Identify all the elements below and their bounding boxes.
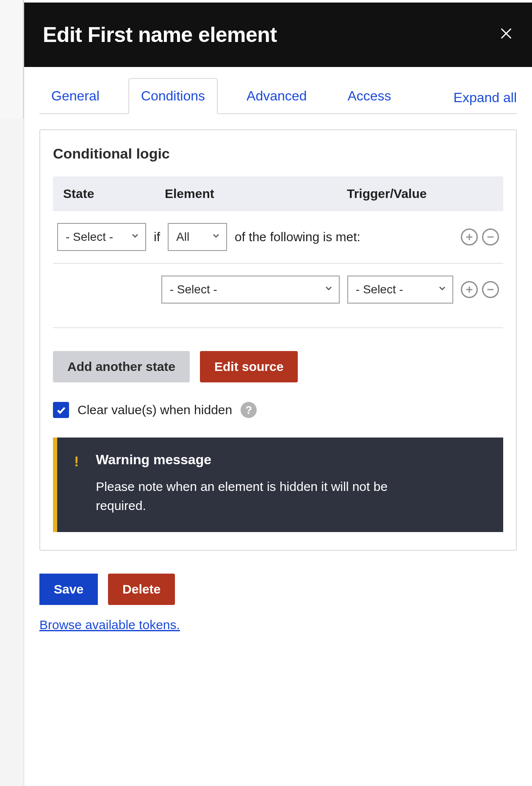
left-gutter xyxy=(0,0,24,119)
condition-row: - Select - - Select - xyxy=(53,264,503,315)
page-backdrop: Edit First name element General Conditio… xyxy=(0,0,532,786)
tab-general[interactable]: General xyxy=(39,79,111,113)
modal: Edit First name element General Conditio… xyxy=(24,0,532,786)
chevron-down-icon xyxy=(437,283,447,296)
trigger-select[interactable]: - Select - xyxy=(347,276,453,304)
panel-title: Conditional logic xyxy=(53,145,503,162)
help-icon[interactable]: ? xyxy=(241,402,257,418)
column-header-trigger: Trigger/Value xyxy=(347,187,493,201)
browse-tokens-link[interactable]: Browse available tokens. xyxy=(39,618,180,632)
expand-all-link[interactable]: Expand all xyxy=(454,90,517,113)
add-state-icon[interactable] xyxy=(461,229,478,245)
all-any-select-value: All xyxy=(176,230,189,244)
warning-message: ! Warning message Please note when an el… xyxy=(53,438,503,532)
chevron-down-icon xyxy=(324,283,334,296)
tabs: General Conditions Advanced Access xyxy=(39,78,403,113)
column-header-element: Element xyxy=(165,187,347,201)
clear-hidden-row: Clear value(s) when hidden ? xyxy=(53,402,503,418)
panel-button-row: Add another state Edit source xyxy=(53,351,503,382)
condition-row-controls xyxy=(461,281,499,298)
modal-body: General Conditions Advanced Access Expan… xyxy=(24,67,532,649)
tab-advanced[interactable]: Advanced xyxy=(235,79,319,113)
met-label: of the following is met: xyxy=(235,230,453,244)
row-divider xyxy=(53,315,503,328)
state-row: - Select - if All of the foll xyxy=(53,211,503,264)
footer-buttons: Save Delete xyxy=(39,574,517,605)
column-header-state: State xyxy=(63,187,165,201)
element-select[interactable]: - Select - xyxy=(161,276,340,304)
state-select-value: - Select - xyxy=(66,230,113,244)
tab-access[interactable]: Access xyxy=(335,79,403,113)
chevron-down-icon xyxy=(130,230,140,244)
warning-body: Please note when an element is hidden it… xyxy=(96,477,418,515)
tab-conditions[interactable]: Conditions xyxy=(128,78,218,114)
conditions-table-header: State Element Trigger/Value xyxy=(53,176,503,211)
warning-icon: ! xyxy=(74,452,79,515)
chevron-down-icon xyxy=(211,230,221,244)
element-select-value: - Select - xyxy=(170,283,217,296)
delete-button[interactable]: Delete xyxy=(108,574,175,605)
if-label: if xyxy=(154,230,160,244)
state-row-controls xyxy=(461,229,499,245)
add-condition-icon[interactable] xyxy=(461,281,478,298)
remove-state-icon[interactable] xyxy=(482,229,499,245)
close-icon[interactable] xyxy=(499,26,513,43)
trigger-select-value: - Select - xyxy=(356,283,403,296)
warning-content: Warning message Please note when an elem… xyxy=(96,452,418,515)
modal-header: Edit First name element xyxy=(24,3,532,67)
save-button[interactable]: Save xyxy=(39,574,98,605)
state-select[interactable]: - Select - xyxy=(57,223,146,251)
conditions-table: State Element Trigger/Value - Select - i… xyxy=(53,176,503,328)
add-another-state-button[interactable]: Add another state xyxy=(53,351,190,382)
tabs-row: General Conditions Advanced Access Expan… xyxy=(39,78,517,114)
conditional-logic-panel: Conditional logic State Element Trigger/… xyxy=(39,129,517,551)
all-any-select[interactable]: All xyxy=(168,223,227,251)
clear-hidden-label: Clear value(s) when hidden xyxy=(78,403,232,417)
clear-hidden-checkbox[interactable] xyxy=(53,402,69,418)
edit-source-button[interactable]: Edit source xyxy=(200,351,298,382)
remove-condition-icon[interactable] xyxy=(482,281,499,298)
warning-title: Warning message xyxy=(96,452,418,468)
modal-title: Edit First name element xyxy=(43,22,277,47)
